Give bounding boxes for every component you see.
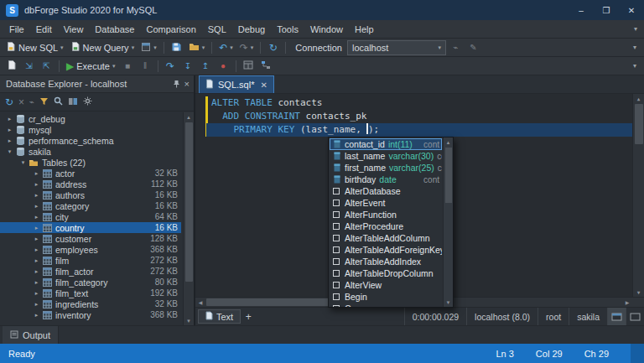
import-button[interactable]: ⇲ [21,58,37,74]
scrollbar-thumb[interactable] [445,148,452,203]
tree-item[interactable]: ▸film272 KB [0,255,181,266]
code-line[interactable]: ALTER TABLE contacts [211,96,632,110]
menu-tools[interactable]: Tools [271,20,304,38]
collapse-icon[interactable]: ▾ [5,148,14,155]
popup-vertical-scrollbar[interactable]: ▲ ▼ [443,137,453,307]
search-icon[interactable] [54,96,63,107]
expand-icon[interactable]: ▸ [32,268,41,275]
tree-item[interactable]: ▸cr_debug [0,113,181,124]
menubar-overflow-icon[interactable]: ▾ [627,25,644,33]
tree-item[interactable]: ▸authors16 KB [0,189,181,200]
tree-item[interactable]: ▸customer128 KB [0,233,181,244]
tree-item[interactable]: ▾sakila [0,146,181,157]
expand-icon[interactable]: ▸ [32,301,41,308]
tree-item[interactable]: ▸film_category80 KB [0,277,181,288]
autocomplete-item[interactable]: AlterEvent [330,197,442,209]
tree-item[interactable]: ▾Tables (22) [0,157,181,168]
tree-item[interactable]: ▸employees368 KB [0,244,181,255]
connect-icon[interactable]: ⌁ [29,98,34,106]
new-object-dropdown-icon[interactable]: ▾ [153,44,157,51]
fullscreen-toggle-button[interactable] [626,308,644,325]
scroll-left-icon[interactable]: ◀ [195,298,205,307]
expand-icon[interactable]: ▸ [32,257,41,264]
autocomplete-item[interactable]: birthdaydatecont [330,174,442,185]
redo-dropdown-icon[interactable]: ▾ [251,44,254,51]
open-file-dropdown-icon[interactable]: ▾ [202,44,205,51]
undo-button[interactable]: ↶▾ [216,39,236,55]
tab-close-icon[interactable]: ✕ [260,80,267,90]
pin-icon[interactable] [173,80,180,88]
connection-properties-button[interactable]: ✎ [465,39,481,55]
autocomplete-item[interactable]: AlterDatabase [330,185,442,197]
menu-help[interactable]: Help [349,20,380,38]
scroll-up-icon[interactable]: ▲ [633,94,644,103]
breakpoint-button[interactable]: ● [216,58,231,74]
scroll-down-icon[interactable]: ▼ [444,298,453,307]
status-database[interactable]: sakila [569,308,607,325]
collapse-icon[interactable]: ▾ [18,159,28,166]
export-button[interactable]: ⇱ [39,58,55,74]
open-script-button[interactable] [3,58,19,74]
editor-vertical-scrollbar[interactable]: ▲ ▼ [632,94,644,297]
expand-icon[interactable]: ▸ [5,116,14,122]
autocomplete-item[interactable]: first_namevarchar(25)cont [330,162,442,174]
scroll-down-icon[interactable]: ▼ [184,316,194,325]
step-into-button[interactable]: ↧ [180,58,196,74]
expand-icon[interactable]: ▸ [32,279,41,286]
scrollbar-thumb[interactable] [185,122,193,282]
expand-icon[interactable]: ▸ [32,246,41,253]
expand-icon[interactable]: ▸ [32,203,41,210]
menu-sql[interactable]: SQL [202,20,232,38]
menu-comparison[interactable]: Comparison [140,20,201,38]
document-tab-sql[interactable]: SQL.sql* ✕ [199,75,274,93]
undo-dropdown-icon[interactable]: ▾ [230,44,233,51]
maximize-button[interactable]: ❐ [594,0,619,20]
autocomplete-item[interactable]: AlterTableAddForeignKey [330,244,442,256]
expand-icon[interactable]: ▸ [32,181,41,188]
sql-editor[interactable]: ALTER TABLE contacts ADD CONSTRAINT cont… [195,94,644,297]
autocomplete-item[interactable]: AlterFunction [330,209,442,220]
tree-item[interactable]: ▸performance_schema [0,135,181,146]
refresh-document-button[interactable]: ↻ [265,39,281,55]
redo-button[interactable]: ↷▾ [237,39,257,55]
tree-item[interactable]: ▸city64 KB [0,211,181,222]
new-query-button[interactable]: New Query ▾ [68,39,138,55]
results-grid-button[interactable] [241,58,257,74]
pause-button[interactable]: ‖ [138,58,153,74]
expand-icon[interactable]: ▸ [32,236,41,242]
scroll-up-icon[interactable]: ▲ [184,112,194,122]
autocomplete-item[interactable]: last_namevarchar(30)cont [330,150,442,162]
tree-item[interactable]: ▸category16 KB [0,200,181,211]
scroll-right-icon[interactable]: ▶ [622,298,632,307]
execute-dropdown-icon[interactable]: ▾ [112,63,116,70]
menu-view[interactable]: View [58,20,90,38]
tree-item[interactable]: ▸ingredients32 KB [0,298,181,309]
expand-icon[interactable]: ▸ [5,137,14,144]
new-object-button[interactable]: ▾ [138,39,159,55]
code-line[interactable]: ADD CONSTRAINT contacts_pk [211,110,632,123]
scroll-down-icon[interactable]: ▼ [633,288,644,297]
save-button[interactable] [169,39,184,55]
step-over-button[interactable]: ↷ [163,58,179,74]
expand-icon[interactable]: ▸ [5,127,14,133]
filter-icon[interactable] [39,97,49,107]
tree-item[interactable]: ▸inventory368 KB [0,309,181,320]
new-connection-button[interactable]: ⌁ [448,39,464,55]
autocomplete-item[interactable]: AlterProcedure [330,220,442,232]
expand-icon[interactable]: ▸ [32,312,41,319]
autocomplete-item[interactable]: Begin [330,291,442,303]
menu-file[interactable]: File [3,20,30,38]
disconnect-icon[interactable]: × [18,97,24,107]
expand-icon[interactable]: ▸ [32,290,41,297]
open-file-button[interactable]: ▾ [186,39,208,55]
menu-debug[interactable]: Debug [232,20,271,38]
add-view-button[interactable]: + [241,311,256,323]
autocomplete-item[interactable]: Case [330,303,442,308]
tree-item[interactable]: ▸country16 KB [0,222,181,233]
new-query-dropdown-icon[interactable]: ▾ [132,44,135,51]
minimize-button[interactable]: – [569,0,594,20]
close-button[interactable]: ✕ [619,0,644,20]
refresh-icon[interactable]: ↻ [5,97,13,107]
menu-window[interactable]: Window [304,20,349,38]
expand-icon[interactable]: ▸ [32,214,41,220]
